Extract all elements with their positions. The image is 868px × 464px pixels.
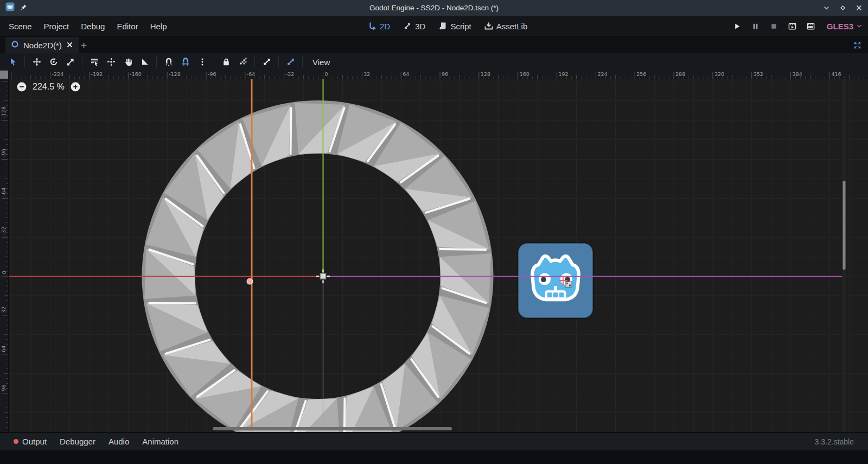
snap-options-icon [198,58,207,66]
workspace-label: 3D [415,22,425,31]
select-tool-button[interactable] [4,55,21,69]
zoom-widget: 224.5 % [17,82,80,92]
zoom-in-button[interactable] [71,82,80,92]
shape-control-point[interactable] [247,278,252,284]
maximize-window-button[interactable] [838,3,847,13]
ruler-tool-icon [141,58,149,66]
renderer-selector[interactable]: GLES3 [827,22,863,31]
ruler-label: -224 [52,71,64,77]
ruler-label: 32 [363,71,370,77]
bottom-tab-audio[interactable]: Audio [102,437,136,446]
toolbar-separator [24,56,25,67]
workspace-switcher: 2D3DScriptAssetLib [368,16,527,36]
close-window-button[interactable] [854,3,864,13]
ruler-label: -160 [130,71,142,77]
add-scene-tab-button[interactable] [77,39,90,52]
scene-tab-label: Node2D(*) [23,41,62,50]
minimize-window-button[interactable] [821,3,831,13]
bottom-tab-debugger[interactable]: Debugger [53,437,102,446]
bottom-tab-label: Output [22,437,47,446]
ruler-label: -160 [1,79,7,79]
play-button[interactable] [730,20,744,33]
snap-options-button[interactable] [194,55,210,69]
workspace-script[interactable]: Script [438,22,471,31]
bottom-tab-output[interactable]: Output [7,437,53,446]
toolbar-separator [302,56,303,67]
ruler-label: -128 [169,71,181,77]
workspace-label: 2D [380,22,390,31]
ruler-label: 64 [403,71,409,77]
scale-tool-button[interactable] [62,55,79,69]
ruler-label: -64 [247,71,256,77]
godot-editor-window: Godot Engine - SS2D - Node2D.tscn (*) Sc… [0,0,868,464]
play-custom-scene-icon [807,22,815,30]
smart-snap-button[interactable] [160,55,177,69]
play-custom-scene-button[interactable] [804,20,818,33]
rotate-tool-button[interactable] [45,55,62,69]
bottom-tab-label: Audio [108,437,129,446]
move-pivot-tool-icon [107,58,116,66]
skeleton-options-button[interactable] [282,55,299,69]
move-tool-button[interactable] [28,55,45,69]
horizontal-ruler[interactable]: -224-192-160-128-96-64-32032649612816019… [8,71,868,79]
chevron-down-icon [856,23,863,29]
move-pivot-tool-button[interactable] [103,55,119,69]
pan-tool-button[interactable] [119,55,136,69]
select-tool-icon [9,58,17,66]
bottom-panel-bar: OutputDebuggerAudioAnimation [0,433,868,450]
menu-debug[interactable]: Debug [75,16,111,36]
close-icon [856,4,863,11]
workspace-assetlib[interactable]: AssetLib [484,22,528,31]
godot-logo-sprite[interactable] [518,243,593,318]
workspace-3d[interactable]: 3D [403,22,425,31]
grid-snap-button[interactable] [177,55,194,69]
menu-project[interactable]: Project [38,16,75,36]
v-scrollbar-thumb[interactable] [843,181,846,270]
workspace-label: Script [450,22,471,31]
list-select-tool-icon [90,58,99,66]
expand-canvas-button[interactable] [851,39,864,52]
workspace-2d[interactable]: 2D [368,22,390,31]
scene-tab-icon-slot [11,40,19,50]
lock-button[interactable] [218,55,234,69]
ruler-label: -64 [1,188,7,196]
viewport-canvas[interactable]: -224-192-160-128-96-64-32032649612816019… [0,71,868,433]
ruler-label: 64 [1,346,7,352]
ruler-tool-button[interactable] [136,55,153,69]
bottom-tab-label: Animation [142,437,178,446]
toothed-ring-shape[interactable] [142,100,494,432]
scene-tab-close-slot[interactable] [66,41,73,50]
menu-scene[interactable]: Scene [3,16,38,36]
pause-icon [751,22,760,30]
menu-help[interactable]: Help [144,16,173,36]
zoom-out-button[interactable] [17,82,27,92]
workspace-script-icon [438,22,447,30]
stop-button[interactable] [767,20,781,33]
ruler-label: -96 [1,149,7,157]
play-scene-icon [788,22,796,30]
menu-editor[interactable]: Editor [111,16,144,36]
scene-tab-node2d[interactable]: Node2D(*) [5,37,79,53]
play-scene-button[interactable] [786,20,799,33]
rotate-tool-icon [49,58,58,66]
bottom-tab-animation[interactable]: Animation [136,437,185,446]
h-scrollbar-thumb[interactable] [213,427,452,430]
zoom-level-label[interactable]: 224.5 % [33,82,65,92]
ruler-label: 128 [481,71,490,77]
scene-tabbar: Node2D(*) [0,37,868,53]
group-button[interactable] [234,55,251,69]
vertical-ruler[interactable]: -160-128-96-64-320326496 [0,79,9,432]
ruler-label: -32 [286,71,295,77]
workspace-3d-icon [403,22,412,30]
scene-svg[interactable] [0,71,868,432]
titlebar: Godot Engine - SS2D - Node2D.tscn (*) [0,0,868,16]
ruler-label: 256 [636,71,646,77]
toolbar-separator [254,56,255,67]
pause-button[interactable] [749,20,762,33]
skeleton-options-icon [286,58,295,66]
view-menu-button[interactable]: View [306,58,336,67]
ruler-corner[interactable] [0,71,8,79]
list-select-tool-button[interactable] [86,55,103,69]
playbar: GLES3 [730,16,863,36]
bone-button[interactable] [258,55,275,69]
